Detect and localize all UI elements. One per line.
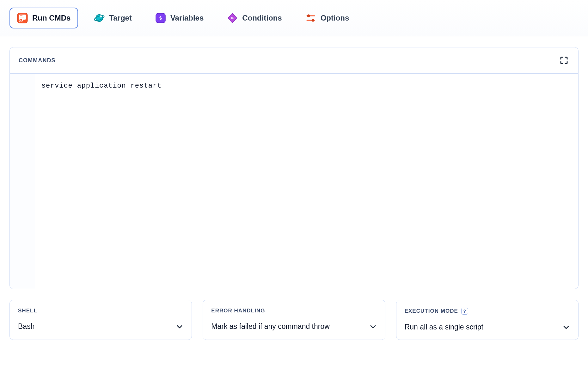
run-cmds-icon (17, 13, 28, 23)
planet-icon (94, 13, 105, 23)
expand-icon[interactable] (559, 55, 569, 66)
variables-icon: $ (155, 13, 166, 23)
code-area[interactable]: service application restart (35, 74, 578, 289)
tab-run-cmds[interactable]: Run CMDs (9, 8, 78, 28)
editor-gutter (10, 74, 35, 289)
svg-text:IF: IF (231, 16, 234, 20)
tab-variables[interactable]: $ Variables (148, 8, 211, 28)
svg-point-14 (311, 19, 314, 22)
tab-conditions-label: Conditions (242, 14, 282, 22)
shell-label: SHELL (18, 308, 37, 314)
tab-bar: Run CMDs Target $ Variables IF Con (0, 0, 588, 36)
tab-target[interactable]: Target (86, 8, 139, 28)
options-icon (305, 13, 316, 23)
content-area: COMMANDS service application restart SHE… (0, 36, 588, 353)
svg-rect-4 (20, 17, 24, 17)
execution-mode-select[interactable]: EXECUTION MODE ? Run all as a single scr… (396, 300, 579, 340)
selects-row: SHELL Bash ERROR HANDLING Mark as failed… (9, 300, 579, 340)
error-handling-label: ERROR HANDLING (211, 308, 265, 314)
svg-point-7 (100, 15, 102, 17)
shell-value: Bash (18, 322, 38, 331)
svg-rect-3 (20, 15, 22, 16)
tab-options[interactable]: Options (298, 8, 357, 28)
execution-mode-value: Run all as a single script (405, 323, 487, 331)
conditions-icon: IF (227, 13, 238, 23)
help-icon[interactable]: ? (461, 308, 468, 315)
svg-text:$: $ (159, 15, 162, 21)
shell-select[interactable]: SHELL Bash (9, 300, 192, 340)
commands-panel: COMMANDS service application restart (9, 47, 579, 289)
tab-conditions[interactable]: IF Conditions (219, 8, 289, 28)
code-editor[interactable]: service application restart (10, 74, 578, 289)
tab-variables-label: Variables (170, 14, 204, 22)
chevron-down-icon (176, 323, 183, 330)
chevron-down-icon (369, 323, 377, 330)
commands-panel-header: COMMANDS (10, 47, 578, 74)
commands-panel-title: COMMANDS (19, 57, 56, 64)
chevron-down-icon (562, 323, 570, 331)
error-handling-select[interactable]: ERROR HANDLING Mark as failed if any com… (203, 300, 385, 340)
error-handling-value: Mark as failed if any command throw (211, 322, 334, 331)
tab-run-cmds-label: Run CMDs (32, 14, 70, 22)
tab-options-label: Options (321, 14, 349, 22)
execution-mode-label: EXECUTION MODE (405, 308, 458, 314)
tab-target-label: Target (109, 14, 132, 22)
svg-point-12 (307, 15, 310, 17)
